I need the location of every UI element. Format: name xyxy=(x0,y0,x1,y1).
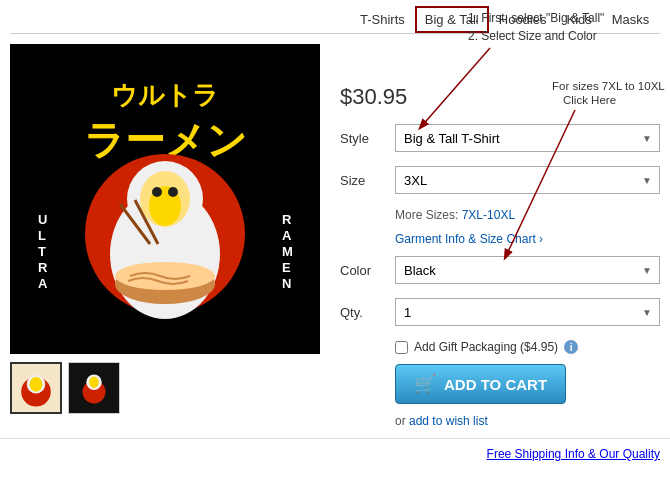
size-chart-link[interactable]: Garment Info & Size Chart › xyxy=(395,232,660,246)
svg-point-10 xyxy=(168,187,178,197)
image-section: ウルトラ ラーメン xyxy=(10,44,320,428)
color-select-wrapper: Black White Navy Red xyxy=(395,256,660,284)
color-row: Color Black White Navy Red xyxy=(340,256,660,284)
gift-label: Add Gift Packaging ($4.95) xyxy=(414,340,558,354)
thumbnail-2[interactable] xyxy=(68,362,120,414)
size-row: Size S M L XL 2XL 3XL 4XL 5XL 6XL xyxy=(340,166,660,194)
qty-row: Qty. 1 2 3 4 5 xyxy=(340,298,660,326)
qty-select-wrapper: 1 2 3 4 5 xyxy=(395,298,660,326)
nav-masks[interactable]: Masks xyxy=(602,6,660,33)
footer-shipping-link[interactable]: Free Shipping Info & Our Quality xyxy=(487,447,660,461)
gift-info-icon[interactable]: i xyxy=(564,340,578,354)
or-text: or xyxy=(395,414,409,428)
wish-list-link[interactable]: add to wish list xyxy=(409,414,488,428)
gift-row: Add Gift Packaging ($4.95) i xyxy=(395,340,660,354)
gift-checkbox[interactable] xyxy=(395,341,408,354)
navigation-bar: T-Shirts Big & Tall Hoodies Kids Masks S… xyxy=(10,0,660,34)
svg-point-28 xyxy=(30,377,43,392)
svg-text:R: R xyxy=(282,212,293,227)
cart-icon: 🛒 xyxy=(414,373,436,395)
add-to-cart-label: ADD TO CART xyxy=(444,376,547,393)
nav-tshirts[interactable]: T-Shirts xyxy=(350,6,415,33)
more-sizes: More Sizes: 7XL-10XL xyxy=(395,208,660,222)
svg-text:L: L xyxy=(38,228,48,243)
thumbnail-row xyxy=(10,362,120,414)
nav-hoodies[interactable]: Hoodies xyxy=(489,6,557,33)
qty-select[interactable]: 1 2 3 4 5 xyxy=(395,298,660,326)
svg-point-9 xyxy=(152,187,162,197)
product-price: $30.95 xyxy=(340,84,660,110)
svg-point-32 xyxy=(89,376,99,388)
size-select-wrapper: S M L XL 2XL 3XL 4XL 5XL 6XL xyxy=(395,166,660,194)
svg-text:T: T xyxy=(38,244,48,259)
nav-big-and-tall[interactable]: Big & Tall xyxy=(415,6,489,33)
style-select-wrapper: Big & Tall T-Shirt Regular T-Shirt xyxy=(395,124,660,152)
details-section: $30.95 Style Big & Tall T-Shirt Regular … xyxy=(340,84,660,428)
style-label: Style xyxy=(340,131,385,146)
style-select[interactable]: Big & Tall T-Shirt Regular T-Shirt xyxy=(395,124,660,152)
svg-text:A: A xyxy=(282,228,293,243)
svg-text:R: R xyxy=(38,260,49,275)
main-product-image: ウルトラ ラーメン xyxy=(10,44,320,354)
svg-text:M: M xyxy=(282,244,295,259)
nav-specialty[interactable]: Specialty xyxy=(659,6,670,33)
wish-list: or add to wish list xyxy=(395,414,660,428)
footer-bar: Free Shipping Info & Our Quality xyxy=(0,438,670,469)
color-select[interactable]: Black White Navy Red xyxy=(395,256,660,284)
nav-kids[interactable]: Kids xyxy=(556,6,601,33)
more-sizes-text: More Sizes: xyxy=(395,208,462,222)
qty-label: Qty. xyxy=(340,305,385,320)
svg-text:N: N xyxy=(282,276,293,291)
thumbnail-1[interactable] xyxy=(10,362,62,414)
main-container: ウルトラ ラーメン xyxy=(0,34,670,428)
add-to-cart-button[interactable]: 🛒 ADD TO CART xyxy=(395,364,566,404)
size-select[interactable]: S M L XL 2XL 3XL 4XL 5XL 6XL xyxy=(395,166,660,194)
size-label: Size xyxy=(340,173,385,188)
svg-text:A: A xyxy=(38,276,49,291)
more-sizes-link[interactable]: 7XL-10XL xyxy=(462,208,515,222)
svg-text:E: E xyxy=(282,260,293,275)
svg-text:ウルトラ: ウルトラ xyxy=(111,80,219,110)
style-row: Style Big & Tall T-Shirt Regular T-Shirt xyxy=(340,124,660,152)
color-label: Color xyxy=(340,263,385,278)
svg-text:U: U xyxy=(38,212,49,227)
